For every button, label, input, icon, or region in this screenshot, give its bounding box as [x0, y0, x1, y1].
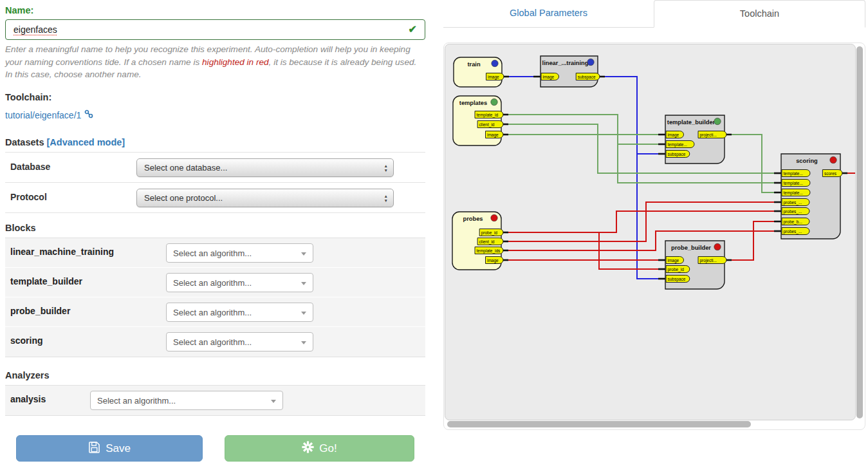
chain-link-icon[interactable]	[84, 109, 93, 120]
chevron-down-icon	[271, 400, 276, 403]
database-label: Database	[10, 162, 50, 172]
port-label: subspace	[668, 152, 686, 157]
blocks-table: linear_machine_training Select an algori…	[5, 238, 425, 357]
port-label: projecti...	[700, 258, 717, 263]
right-tab-bar: Global Parameters Toolchain	[443, 0, 865, 28]
port-label: template...	[784, 171, 804, 176]
save-button[interactable]: Save	[16, 435, 203, 462]
tab-toolchain[interactable]: Toolchain	[654, 0, 865, 28]
chevron-down-icon	[301, 282, 306, 285]
help-red-text: highlighted in red	[202, 57, 269, 67]
status-dot	[492, 60, 498, 66]
block-title: templates	[459, 100, 487, 106]
status-dot	[830, 156, 836, 163]
port-label: probes_...	[784, 229, 802, 234]
block-title: probes	[463, 216, 483, 222]
port-label: client_id	[479, 239, 495, 245]
diagram-block-templates[interactable]: templatestemplate_idclient_idimage	[453, 96, 508, 145]
diagram-block-scoring[interactable]: scoringtemplate...template...template...…	[774, 154, 847, 239]
port-label: subspace	[578, 75, 596, 80]
diagram-block-probe_builder[interactable]: probe_builderimageprobe_idsubspaceprojec…	[658, 241, 732, 289]
name-input[interactable]: eigenfaces ✔	[5, 19, 425, 40]
valid-checkmark-icon: ✔	[409, 23, 417, 35]
port-label: client_id	[479, 122, 495, 127]
go-button[interactable]: Go!	[225, 435, 414, 462]
table-row-analysis: analysis Select an algorithm...	[5, 386, 425, 415]
save-floppy-icon	[88, 441, 100, 456]
scoring-algorithm-select[interactable]: Select an algorithm...	[166, 332, 313, 351]
block-title: train	[467, 61, 480, 68]
block-title: probe_builder	[671, 245, 711, 251]
tab-global-parameters[interactable]: Global Parameters	[443, 0, 654, 28]
port-label: template_id	[477, 113, 499, 118]
port-label: template...	[784, 191, 804, 196]
table-row-protocol: Protocol Select one protocol... ▲▼	[5, 182, 425, 212]
name-help-text: Enter a meaningful name to help you reco…	[5, 43, 425, 81]
name-label: Name:	[5, 5, 425, 15]
port-label: probes_...	[784, 209, 802, 214]
save-button-label: Save	[106, 442, 131, 455]
port-label: subspace	[668, 277, 686, 282]
datasets-heading: Datasets [Advanced mode]	[5, 137, 425, 147]
linear-machine-training-algorithm-select[interactable]: Select an algorithm...	[166, 243, 313, 263]
chevron-down-icon	[301, 341, 306, 344]
toolchain-label: Toolchain:	[5, 92, 425, 102]
name-value[interactable]: eigenfaces	[14, 24, 57, 35]
port-label: probe_id	[481, 230, 498, 236]
diagram-block-linear_machine_training[interactable]: linear_...trainingimagesubspace	[533, 56, 605, 87]
port-label: scores	[824, 171, 837, 176]
block-title: template_builder	[667, 119, 716, 126]
toolchain-diagram: trainimagelinear_...trainingimagesubspac…	[445, 44, 856, 420]
port-label: template_ids	[477, 248, 501, 254]
port-label: template...	[784, 181, 804, 186]
port-label: image	[488, 75, 499, 80]
status-dot	[714, 118, 721, 124]
experiment-form: Name: eigenfaces ✔ Enter a meaningful na…	[5, 5, 425, 416]
toolchain-link-row: tutorial/eigenface/1	[5, 109, 425, 120]
diagram-block-probes[interactable]: probesprobe_idclient_idtemplate_idsimage	[452, 212, 508, 270]
diagram-vertical-scrollbar[interactable]	[856, 46, 863, 418]
table-row-linear-machine-training: linear_machine_training Select an algori…	[5, 238, 425, 268]
diagram-block-train[interactable]: trainimage	[454, 57, 509, 87]
chevron-down-icon	[301, 252, 306, 256]
status-dot	[714, 243, 721, 250]
probe-builder-algorithm-select[interactable]: Select an algorithm...	[166, 303, 313, 322]
select-arrows-icon: ▲▼	[384, 164, 388, 173]
table-row-scoring: scoring Select an algorithm...	[5, 327, 425, 357]
datasets-table: Database Select one database... ▲▼ Proto…	[5, 152, 425, 213]
chevron-down-icon	[301, 312, 306, 315]
status-dot	[491, 214, 497, 221]
diagram-block-template_builder[interactable]: template_builderimagetemplate...subspace…	[658, 115, 732, 164]
analyzers-table: analysis Select an algorithm...	[5, 385, 425, 416]
toolchain-canvas[interactable]: trainimagelinear_...trainingimagesubspac…	[443, 42, 865, 430]
status-dot	[491, 98, 497, 105]
block-title: linear_...training	[542, 60, 589, 66]
diagram-horizontal-scrollbar[interactable]	[447, 421, 751, 427]
toolchain-link[interactable]: tutorial/eigenface/1	[5, 110, 81, 120]
port-label: image	[487, 133, 499, 138]
protocol-select[interactable]: Select one protocol... ▲▼	[136, 189, 394, 207]
port-label: probe_b...	[784, 220, 802, 225]
table-row-template-builder: template_builder Select an algorithm...	[5, 268, 425, 297]
port-label: image	[543, 75, 555, 80]
analysis-algorithm-select[interactable]: Select an algorithm...	[90, 391, 283, 410]
select-arrows-icon: ▲▼	[384, 194, 388, 203]
port-label: image	[668, 133, 679, 138]
port-label: image	[487, 258, 499, 263]
port-label: probe_id	[668, 267, 685, 272]
status-dot	[587, 59, 594, 65]
port-label: projecti...	[700, 133, 717, 138]
advanced-mode-link[interactable]: [Advanced mode]	[46, 137, 125, 147]
table-row-probe-builder: probe_builder Select an algorithm...	[5, 297, 425, 327]
analyzers-heading: Analyzers	[5, 370, 425, 380]
go-button-label: Go!	[319, 442, 337, 455]
template-builder-algorithm-select[interactable]: Select an algorithm...	[166, 273, 313, 292]
table-row-database: Database Select one database... ▲▼	[5, 152, 425, 182]
port-label: template...	[668, 142, 688, 147]
database-select[interactable]: Select one database... ▲▼	[136, 158, 394, 177]
block-title: scoring	[796, 158, 818, 164]
port-label: probes_...	[784, 200, 802, 205]
gear-icon	[302, 441, 314, 456]
protocol-label: Protocol	[10, 192, 47, 202]
port-label: image	[668, 258, 679, 263]
